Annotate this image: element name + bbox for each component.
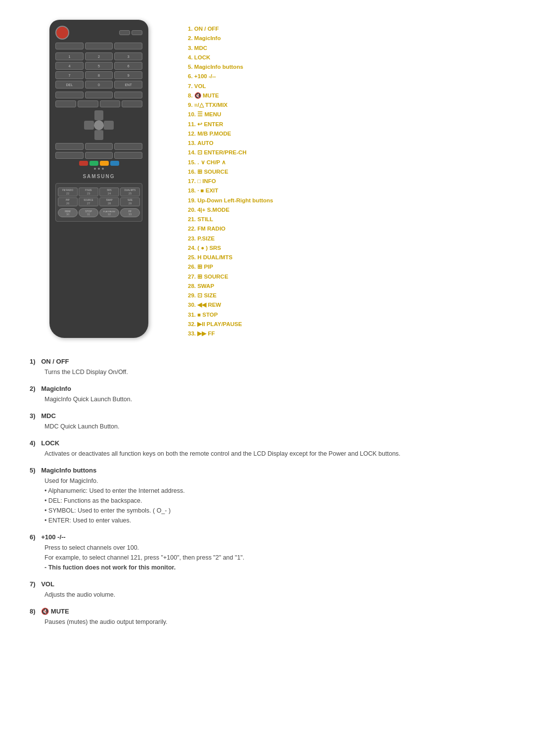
dual-mts-btn[interactable]: DUAL/MTS 25 <box>120 188 140 196</box>
desc-body-6: Press to select channels over 100. For e… <box>44 543 504 572</box>
desc-title-4: 4) LOCK <box>30 439 504 447</box>
directional-pad <box>84 110 114 140</box>
source-btn[interactable] <box>55 143 84 150</box>
psize-btn[interactable]: P.SIZE 23 <box>79 188 98 196</box>
size-btn[interactable]: SIZE 29 <box>120 197 140 206</box>
num-btn-5[interactable]: 5 <box>85 62 113 70</box>
label-row-1 <box>55 43 142 49</box>
transport-grid: REW 30 STOP 31 PLAY/PAUS <box>58 208 140 217</box>
num-btn-0[interactable]: 0 <box>85 81 113 89</box>
desc-body-3: MDC Quick Launch Button. <box>44 422 504 431</box>
yellow-button[interactable] <box>100 161 109 166</box>
remote-top-row <box>55 26 142 40</box>
menu-btn[interactable] <box>78 100 98 107</box>
num-btn-4[interactable]: 4 <box>55 62 84 70</box>
power-button[interactable] <box>55 26 69 40</box>
desc-label-4: LOCK <box>41 439 59 447</box>
legend-item-17: 17. □ INFO <box>188 177 504 186</box>
blue-button[interactable] <box>110 161 119 166</box>
exit-btn[interactable] <box>114 143 142 150</box>
desc-num-8: 8) <box>30 608 36 615</box>
num-btn-7[interactable]: 7 <box>55 71 84 79</box>
legend-item-23: 23. P.SIZE <box>188 235 504 243</box>
dpad-container <box>55 110 142 140</box>
srs-btn[interactable]: SRS 24 <box>99 188 119 196</box>
rew-num: 30 <box>66 213 70 216</box>
size-label: SIZE <box>128 199 133 201</box>
desc-item-6: 6) +100 -/-- Press to select channels ov… <box>30 533 504 572</box>
desc-item-4: 4) LOCK Activates or deactivates all fun… <box>30 439 504 459</box>
mode-row <box>55 152 142 159</box>
fm-radio-btn[interactable]: FM RADIO 22 <box>58 188 78 196</box>
play-pause-btn[interactable]: PLAY/PAUSE 32 <box>99 208 119 217</box>
desc-label-5: MagicInfo buttons <box>41 467 96 474</box>
source-row <box>55 143 142 150</box>
bottom-button-grid: FM RADIO 22 P.SIZE 23 SRS 24 DUAL/MTS <box>58 188 140 206</box>
mute-btn[interactable] <box>114 92 142 98</box>
number-grid: 1 2 3 4 5 6 7 8 9 DEL 0 ENT <box>55 52 142 89</box>
dot-3 <box>102 168 104 170</box>
num-btn-6[interactable]: 6 <box>114 62 142 70</box>
num-btn-1[interactable]: 1 <box>55 52 84 60</box>
num-btn-enter[interactable]: ENT <box>114 81 142 89</box>
stop-btn[interactable]: STOP 31 <box>79 208 98 217</box>
legend-item-18: 18. · ■ EXIT <box>188 187 504 195</box>
red-button[interactable] <box>79 161 88 166</box>
desc-num-6: 6) <box>30 533 36 541</box>
btn-row1-2[interactable] <box>85 43 113 49</box>
bullet-symbol: SYMBOL: Used to enter the symbols. ( O_-… <box>44 506 504 516</box>
legend-item-22: 22. FM RADIO <box>188 225 504 233</box>
pmode-btn[interactable] <box>122 100 142 107</box>
auto-btn[interactable] <box>55 152 84 159</box>
bullet-alphanumeric: Alphanumeric: Used to enter the Internet… <box>44 486 504 496</box>
desc-title-5: 5) MagicInfo buttons <box>30 467 504 474</box>
descriptions-section: 1) ON / OFF Turns the LCD Display On/Off… <box>30 358 504 627</box>
ttx-btn[interactable] <box>55 100 76 107</box>
srs-num: 24 <box>108 192 111 195</box>
desc-label-1: ON / OFF <box>41 358 69 365</box>
legend-item-27: 27. ⊞ SOURCE <box>188 273 504 281</box>
dpad-center-button[interactable] <box>94 120 104 130</box>
remote-container: 1 2 3 4 5 6 7 8 9 DEL 0 ENT <box>30 20 168 338</box>
ff-btn[interactable]: FF 33 <box>120 208 140 217</box>
dpad-left-button[interactable] <box>84 121 94 130</box>
desc-note-6: - This fuction does not work for this mo… <box>44 564 176 571</box>
desc-num-5: 5) <box>30 467 36 474</box>
still-btn[interactable] <box>114 152 142 159</box>
lock-button[interactable] <box>132 30 142 35</box>
btn-row1-3[interactable] <box>114 43 142 49</box>
desc-body-8: Pauses (mutes) the audio output temporar… <box>44 617 504 627</box>
legend-item-21: 21. STILL <box>188 215 504 224</box>
stop-num: 31 <box>87 213 90 216</box>
num-btn-3[interactable]: 3 <box>114 52 142 60</box>
info-btn[interactable] <box>85 143 113 150</box>
green-button[interactable] <box>89 161 98 166</box>
pip-btn[interactable]: PIP 26 <box>58 197 78 206</box>
size-num: 29 <box>129 202 132 205</box>
vol-btn[interactable] <box>85 92 113 98</box>
num-btn-del[interactable]: DEL <box>55 81 84 89</box>
legend-item-7: 7. VOL <box>188 82 504 91</box>
dpad-down-button[interactable] <box>94 130 103 140</box>
pip-source-btn[interactable]: SOURCE 27 <box>79 197 98 206</box>
rew-btn[interactable]: REW 30 <box>58 208 78 217</box>
legend-item-10: 10. ☰ MENU <box>188 110 504 119</box>
indicator-dots <box>55 168 142 170</box>
desc-item-7: 7) VOL Adjusts the audio volume. <box>30 580 504 600</box>
dpad-up-button[interactable] <box>94 110 103 120</box>
legend-item-1: 1. ON / OFF <box>188 25 504 33</box>
dpad-right-button[interactable] <box>104 121 114 130</box>
desc-body-7: Adjusts the audio volume. <box>44 590 504 600</box>
plus100-btn[interactable] <box>55 92 84 98</box>
pip-source-num: 27 <box>87 202 90 205</box>
num-btn-8[interactable]: 8 <box>85 71 113 79</box>
num-btn-9[interactable]: 9 <box>114 71 142 79</box>
swap-label: SWAP <box>106 199 112 201</box>
btn-row1-1[interactable] <box>55 43 84 49</box>
desc-body-5: Used for MagicInfo. Alphanumeric: Used t… <box>44 476 504 525</box>
enter-btn[interactable] <box>100 100 121 107</box>
smode-btn[interactable] <box>85 152 113 159</box>
magicinfo-button[interactable] <box>119 30 130 35</box>
swap-btn[interactable]: SWAP 28 <box>99 197 119 206</box>
num-btn-2[interactable]: 2 <box>85 52 113 60</box>
